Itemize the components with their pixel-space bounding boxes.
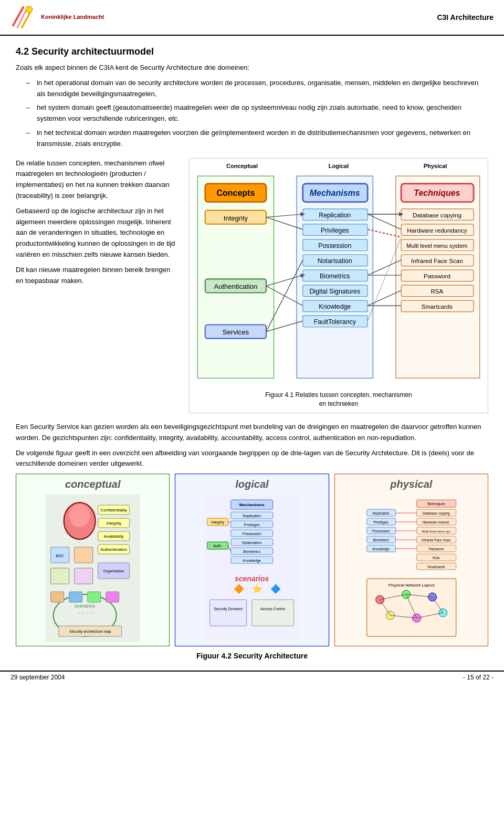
dash-icon-3: – (26, 128, 33, 150)
left-para-3: Dit kan nieuwe maatregelen binnen bereik… (16, 265, 178, 287)
logical-label: Logical (307, 163, 370, 169)
svg-text:Multi level menu system: Multi level menu system (406, 242, 467, 248)
svg-text:Replication: Replication (243, 514, 261, 518)
svg-text:scenarios: scenarios (235, 574, 269, 583)
physical-layer-svg: Techniques Database copying Hardware red… (339, 495, 484, 642)
dash-icon: – (26, 78, 33, 100)
section-title: 4.2 Security architectuurmodel (16, 46, 488, 57)
left-para-2: Gebaseerd op de logische architectuur zi… (16, 206, 178, 260)
svg-text:Replication: Replication (372, 511, 390, 516)
svg-rect-87 (51, 592, 64, 602)
bullet-item-3: – in het technical domain worden maatreg… (26, 128, 488, 150)
svg-rect-79 (75, 547, 93, 563)
svg-point-5 (27, 7, 31, 12)
logical-layer-title: logical (235, 478, 268, 490)
svg-rect-80 (51, 568, 69, 584)
svg-text:Techniques: Techniques (427, 502, 446, 506)
svg-text:RSA: RSA (430, 288, 443, 295)
svg-rect-81 (75, 568, 93, 584)
svg-text:🔷: 🔷 (270, 584, 281, 594)
svg-rect-89 (88, 592, 101, 602)
svg-text:Integrity: Integrity (212, 520, 225, 525)
figuur-42-caption: Figuur 4.2 Security Architecture (16, 652, 488, 660)
svg-text:Knowledge: Knowledge (372, 547, 390, 551)
arch-layers-section: conceptual Confidentiality Integrity Ava… (16, 474, 488, 646)
svg-text:Hardware redund.: Hardware redund. (422, 520, 449, 524)
svg-text:RSA: RSA (433, 556, 440, 560)
svg-text:🔶: 🔶 (234, 584, 244, 594)
svg-text:Organisation: Organisation (103, 569, 124, 573)
conceptual-layer-svg: Confidentiality Integrity Availability A… (20, 495, 165, 642)
svg-text:Authentication: Authentication (100, 547, 127, 552)
footer-page: - 15 of 22 - (463, 674, 494, 681)
svg-rect-119 (252, 600, 294, 626)
main-content: 4.2 Security architectuurmodel Zoals elk… (0, 36, 504, 671)
svg-text:Security Domains: Security Domains (214, 607, 243, 611)
physical-layer-title: physical (390, 478, 432, 490)
conceptual-layer-col: conceptual Confidentiality Integrity Ava… (16, 474, 170, 646)
svg-text:Security architecture map: Security architecture map (69, 630, 111, 634)
figuur-42-bold: Figuur 4.2 Security Architecture (196, 652, 308, 660)
svg-text:Biometrics: Biometrics (373, 538, 389, 542)
physical-layer-col: physical Techniques Database copying Har… (334, 474, 488, 646)
svg-text:Privileges: Privileges (373, 520, 388, 525)
intro-paragraph: Zoals elk aspect binnen de C3IA kent de … (16, 62, 488, 74)
page-header: Koninklijke Landmacht C3I Architecture (0, 0, 504, 36)
svg-text:Availability: Availability (104, 534, 124, 539)
svg-text:Mechanisms: Mechanisms (239, 503, 265, 507)
svg-text:Infrared Face Scan: Infrared Face Scan (422, 538, 451, 542)
body-text-para1: Een Security Service kan gezien worden a… (16, 422, 488, 444)
logical-layer-svg: Mechanisms Replication Privileges Posses… (180, 495, 324, 642)
svg-text:Biometrics: Biometrics (320, 272, 350, 279)
two-col-section: De relatie tussen concepten, mechanismen… (16, 158, 488, 413)
svg-rect-90 (106, 592, 119, 602)
org-name-text: Koninklijke Landmacht (41, 14, 104, 20)
arch-col-headers: Conceptual Logical Physical (194, 163, 484, 169)
bullet-item-1: – in het operational domain van de secur… (26, 78, 488, 100)
svg-text:Concepts: Concepts (217, 189, 255, 197)
conceptual-layer-title: conceptual (65, 478, 121, 490)
svg-text:Possession: Possession (243, 532, 261, 536)
svg-point-68 (69, 504, 90, 527)
svg-text:Digital Signatures: Digital Signatures (309, 288, 360, 295)
svg-rect-118 (210, 600, 247, 626)
svg-text:FaultTolerancy: FaultTolerancy (314, 318, 356, 326)
bullet-list: – in het operational domain van de secur… (26, 78, 488, 150)
body-text-para2: De volgende figuur geeft in een overzich… (16, 448, 488, 470)
svg-text:Access Control: Access Control (260, 607, 286, 611)
left-text-col: De relatie tussen concepten, mechanismen… (16, 158, 178, 413)
svg-text:Confidentiality: Confidentiality (101, 508, 127, 512)
svg-text:Hardware redundancy: Hardware redundancy (407, 226, 467, 233)
right-diagram-col: Conceptual Logical Physical Concepts (189, 158, 488, 413)
svg-rect-88 (69, 592, 82, 602)
svg-text:Physical Network Layout: Physical Network Layout (388, 583, 435, 588)
svg-text:Privileges: Privileges (244, 523, 260, 527)
svg-text:Database copying: Database copying (422, 511, 449, 516)
logical-layer-col: logical Mechanisms Replication Privilege… (175, 474, 329, 646)
architecture-diagram: Conceptual Logical Physical Concepts (189, 158, 488, 413)
svg-text:⭐: ⭐ (252, 584, 262, 594)
svg-text:→ ↓ ← ↑: → ↓ ← ↑ (77, 611, 93, 615)
svg-text:Authentication: Authentication (214, 282, 257, 290)
doc-title: C3I Architecture (437, 13, 494, 22)
svg-text:Multi level menu sys: Multi level menu sys (422, 530, 450, 533)
svg-text:Password: Password (428, 547, 444, 551)
svg-text:BSO: BSO (56, 554, 64, 558)
left-para-1: De relatie tussen concepten, mechanismen… (16, 158, 178, 202)
logo-area: Koninklijke Landmacht (10, 4, 104, 30)
svg-text:Integrity: Integrity (106, 521, 121, 526)
svg-text:Smartcards: Smartcards (427, 565, 445, 569)
svg-text:Smartcards: Smartcards (422, 303, 453, 310)
figuur-41-caption: Figuur 4.1 Relaties tussen concepten, me… (194, 391, 484, 409)
svg-text:Services: Services (223, 328, 249, 336)
dash-icon-2: – (26, 102, 33, 124)
svg-text:Knowledge: Knowledge (243, 559, 261, 563)
svg-text:Database copying: Database copying (413, 211, 461, 218)
footer-date: 29 september 2004 (10, 674, 65, 681)
svg-text:Knowledge: Knowledge (319, 303, 351, 310)
arch-diagram-svg: Concepts Integrity Authentication Servic… (194, 172, 484, 386)
svg-text:Password: Password (424, 272, 450, 279)
bullet-item-2: – het system domain geeft (geautomatisee… (26, 102, 488, 124)
svg-text:Notarisation: Notarisation (242, 541, 261, 545)
svg-text:Techniques: Techniques (414, 189, 460, 197)
